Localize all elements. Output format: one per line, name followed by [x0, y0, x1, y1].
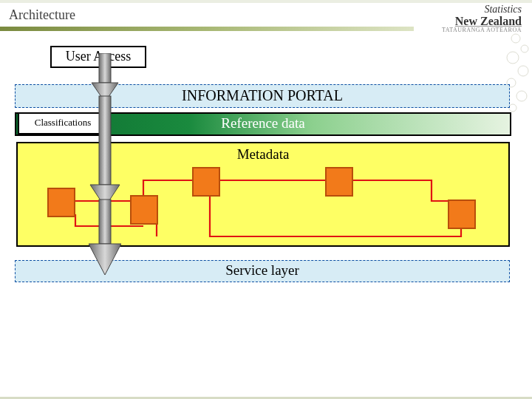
fact-box-1: FACT [112, 296, 180, 348]
fact-box-2: FACT [202, 296, 270, 348]
fact-label: FACT [219, 314, 253, 329]
svg-point-2 [507, 52, 519, 64]
stats-nz-logo: Statistics New Zealand TATAURANGA AOTEAR… [442, 4, 522, 34]
header-accent-bar [0, 27, 414, 31]
metadata-node-5 [448, 200, 476, 229]
logo-line1: Statistics [442, 4, 522, 16]
logo-line2: New Zealand [442, 16, 522, 28]
metadata-label: Metadata [18, 146, 508, 163]
metadata-panel: Metadata [16, 142, 510, 247]
metadata-node-2 [130, 195, 158, 225]
user-access-label: User Access [66, 49, 131, 64]
user-access-box: User Access [50, 46, 146, 68]
reference-data-label: Reference data [221, 115, 304, 131]
metadata-node-1 [47, 188, 75, 217]
svg-point-1 [521, 45, 528, 52]
service-layer-bar: Service layer [15, 260, 510, 282]
svg-point-6 [509, 104, 516, 112]
metadata-node-3 [192, 167, 220, 197]
header-top-rule [0, 0, 532, 3]
classifications-label: Classifications [35, 117, 92, 128]
svg-point-3 [518, 66, 528, 76]
svg-point-5 [516, 91, 527, 101]
slide-title: Architecture [9, 7, 75, 23]
service-layer-label: Service layer [225, 262, 299, 278]
metadata-node-4 [325, 167, 353, 197]
input-data-environment-label: Input Data Environment [16, 369, 509, 385]
input-data-environment-panel: FACTFACT Input Data Environment [15, 273, 510, 392]
fact-label: FACT [129, 314, 163, 329]
classifications-box: Classifications [18, 112, 108, 134]
svg-point-0 [511, 34, 520, 43]
information-portal-label: INFORMATION PORTAL [182, 87, 343, 103]
information-portal-bar: INFORMATION PORTAL [15, 84, 510, 108]
